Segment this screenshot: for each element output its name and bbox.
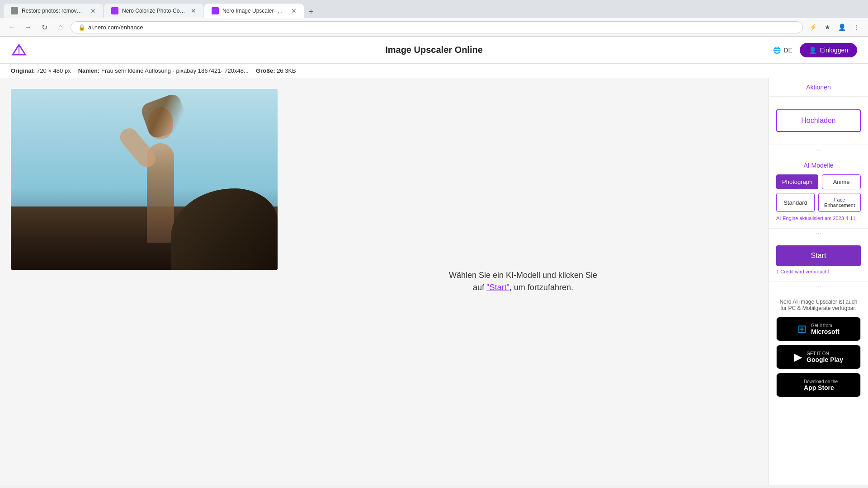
tab-label-restore: Restore photos: remove scratch... [22, 8, 85, 14]
aktionen-title: Aktionen [769, 78, 868, 97]
language-selector[interactable]: 🌐 DE [773, 47, 792, 54]
page-title: Image Upscaler Online [385, 45, 483, 55]
photo-display [11, 89, 278, 270]
tab-colorize[interactable]: Nero Colorize Photo-Colorize Yo... ✕ [104, 4, 203, 18]
model-buttons-row-1: Photograph Anime [776, 174, 861, 189]
globe-icon: 🌐 [773, 47, 781, 54]
start-section: Start 1 Credit wird verbraucht. [769, 238, 868, 282]
app-store-badge[interactable]: Download on the App Store [776, 373, 861, 397]
google-play-icon: ▶ [794, 351, 802, 363]
back-button[interactable]: ← [5, 21, 18, 33]
hochladen-section: Hochladen [769, 97, 868, 145]
separator-dots-1: • • • [769, 145, 868, 155]
model-btn-anime[interactable]: Anime [822, 174, 861, 189]
hochladen-button[interactable]: Hochladen [776, 109, 861, 132]
forward-button[interactable]: → [22, 21, 34, 33]
tab-close-upscaler[interactable]: ✕ [291, 7, 297, 14]
lang-label: DE [783, 47, 792, 54]
nav-bar: ← → ↻ ⌂ 🔒 ai.nero.com/enhance ⚡ ★ 👤 ⋮ [0, 18, 868, 37]
address-text: ai.nero.com/enhance [88, 24, 143, 31]
google-large-label: Google Play [807, 356, 843, 363]
nero-logo-icon [11, 42, 27, 58]
tab-favicon-upscaler [212, 7, 219, 14]
ai-engine-note: AI-Engine aktualisiert am 2023-4-11 [776, 216, 861, 221]
login-button[interactable]: 👤 Einloggen [800, 43, 857, 57]
sidebar: Aktionen Hochladen • • • AI Modelle Phot… [769, 78, 868, 485]
microsoft-store-text: Get it from Microsoft [811, 323, 840, 335]
original-label: Original: 720 × 480 px [11, 67, 71, 74]
app-download-section: Nero AI Image Upscaler ist auch für PC &… [769, 291, 868, 408]
header-right: 🌐 DE 👤 Einloggen [773, 43, 857, 57]
apple-large-label: App Store [804, 384, 838, 391]
ai-modelle-title: AI Modelle [776, 162, 861, 169]
info-bar: Original: 720 × 480 px Namen: Frau sehr … [0, 64, 868, 78]
reload-button[interactable]: ↻ [38, 21, 51, 33]
model-btn-face[interactable]: Face Enhancement [818, 193, 861, 212]
person-icon: 👤 [809, 47, 816, 54]
new-tab-button[interactable]: + [305, 5, 317, 18]
file-size-value: 26.3KB [277, 67, 296, 74]
instruction-text: Wählen Sie ein KI-Modell und klicken Sie… [449, 269, 597, 294]
google-small-label: GET IT ON [807, 351, 843, 356]
menu-button[interactable]: ⋮ [850, 21, 863, 33]
microsoft-small-label: Get it from [811, 323, 840, 328]
app-header: Image Upscaler Online 🌐 DE 👤 Einloggen [0, 37, 868, 64]
microsoft-large-label: Microsoft [811, 328, 840, 335]
model-btn-standard[interactable]: Standard [776, 193, 815, 212]
name-label: Namen: Frau sehr kleine Auflösung - pixa… [78, 67, 249, 74]
tab-favicon-colorize [111, 7, 118, 14]
original-value: 720 × 480 px [37, 67, 71, 74]
nav-icons: ⚡ ★ 👤 ⋮ [807, 21, 863, 33]
download-text: Nero AI Image Upscaler ist auch für PC &… [776, 299, 861, 311]
apple-small-label: Download on the [804, 379, 838, 384]
main-layout: Wählen Sie ein KI-Modell und klicken Sie… [0, 78, 868, 485]
tab-close-restore[interactable]: ✕ [90, 7, 96, 14]
tab-bar: Restore photos: remove scratch... ✕ Nero… [0, 0, 868, 18]
original-image [11, 89, 278, 270]
separator-dots-3: • • • [769, 282, 868, 291]
instruction-link: "Start" [486, 283, 509, 292]
profile-button[interactable]: 👤 [835, 21, 848, 33]
image-panel [11, 89, 278, 474]
address-bar[interactable]: 🔒 ai.nero.com/enhance [71, 21, 803, 33]
tab-label-upscaler: Nero Image Upscaler--Free Pho... [222, 8, 286, 14]
address-lock-icon: 🔒 [78, 24, 85, 31]
extensions-button[interactable]: ⚡ [807, 21, 819, 33]
main-content: Wählen Sie ein KI-Modell und klicken Sie… [0, 78, 769, 485]
bookmark-button[interactable]: ★ [821, 21, 834, 33]
ai-modelle-section: AI Modelle Photograph Anime Standard Fac… [769, 155, 868, 229]
tab-restore[interactable]: Restore photos: remove scratch... ✕ [4, 4, 103, 18]
tab-upscaler[interactable]: Nero Image Upscaler--Free Pho... ✕ [204, 4, 304, 18]
google-play-badge[interactable]: ▶ GET IT ON Google Play [776, 345, 861, 369]
instruction-panel: Wählen Sie ein KI-Modell und klicken Sie… [288, 89, 758, 474]
model-btn-photograph[interactable]: Photograph [776, 174, 818, 189]
microsoft-store-badge[interactable]: ⊞ Get it from Microsoft [776, 317, 861, 341]
app-store-text: Download on the App Store [804, 379, 838, 391]
file-name-value: Frau sehr kleine Auflösung - pixabay 186… [101, 67, 249, 74]
google-play-text: GET IT ON Google Play [807, 351, 843, 363]
size-label: Größe: 26.3KB [256, 67, 296, 74]
model-buttons-row-2: Standard Face Enhancement [776, 193, 861, 212]
browser-chrome: Restore photos: remove scratch... ✕ Nero… [0, 0, 868, 37]
tab-favicon-restore [11, 7, 18, 14]
login-label: Einloggen [820, 47, 848, 54]
microsoft-icon: ⊞ [797, 323, 807, 335]
tab-close-colorize[interactable]: ✕ [191, 7, 196, 14]
tab-label-colorize: Nero Colorize Photo-Colorize Yo... [122, 8, 185, 14]
home-button[interactable]: ⌂ [54, 21, 67, 33]
credit-note: 1 Credit wird verbraucht. [776, 269, 861, 274]
figure-hair [139, 92, 190, 140]
separator-dots-2: • • • [769, 229, 868, 238]
app-logo [11, 42, 27, 58]
start-button[interactable]: Start [776, 245, 861, 266]
instruction-after: , um fortzufahren. [509, 283, 573, 292]
